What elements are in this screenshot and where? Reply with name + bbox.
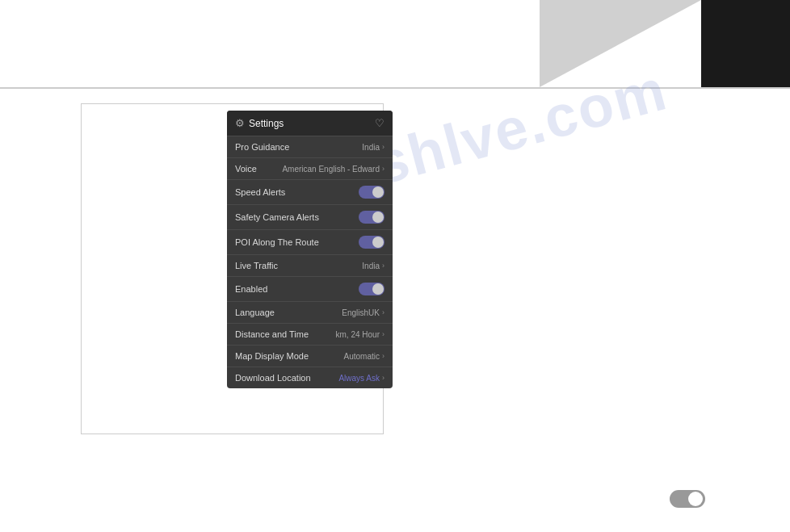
value-live-traffic: India ›: [362, 262, 384, 270]
chevron-download-location: ›: [382, 374, 384, 382]
chevron-voice: ›: [382, 165, 384, 173]
row-live-traffic[interactable]: Live Traffic India ›: [227, 254, 393, 276]
label-safety-camera-alerts: Safety Camera Alerts: [235, 212, 319, 222]
settings-panel: ⚙ Settings ♡ Pro Guidance India › Voice …: [227, 111, 393, 388]
small-toggle[interactable]: [670, 490, 705, 508]
toggle-enabled[interactable]: [359, 283, 384, 295]
top-bar: [701, 0, 790, 87]
settings-title: Settings: [249, 118, 284, 129]
chevron-pro-guidance: ›: [382, 143, 384, 151]
divider-line: [0, 87, 790, 89]
label-map-display-mode: Map Display Mode: [235, 351, 309, 361]
label-download-location: Download Location: [235, 373, 311, 383]
chevron-map-display-mode: ›: [382, 352, 384, 360]
row-pro-guidance[interactable]: Pro Guidance India ›: [227, 136, 393, 157]
label-distance-time: Distance and Time: [235, 329, 309, 339]
row-voice[interactable]: Voice American English - Edward ›: [227, 157, 393, 179]
value-pro-guidance: India ›: [362, 143, 384, 152]
row-enabled[interactable]: Enabled: [227, 276, 393, 301]
label-voice: Voice: [235, 164, 257, 174]
value-download-location: Always Ask ›: [338, 374, 384, 383]
row-safety-camera-alerts[interactable]: Safety Camera Alerts: [227, 204, 393, 229]
settings-panel-wrapper: ⚙ Settings ♡ Pro Guidance India › Voice …: [81, 103, 384, 434]
label-speed-alerts: Speed Alerts: [235, 187, 285, 197]
chevron-language: ›: [382, 308, 384, 316]
label-enabled: Enabled: [235, 284, 267, 294]
toggle-safety-camera-alerts[interactable]: [359, 211, 384, 224]
gear-icon: ⚙: [235, 117, 245, 129]
value-voice: American English - Edward ›: [282, 165, 384, 174]
label-language: Language: [235, 308, 275, 317]
row-poi-along-route[interactable]: POI Along The Route: [227, 229, 393, 254]
chevron-live-traffic: ›: [382, 262, 384, 270]
value-distance-time: km, 24 Hour ›: [336, 330, 384, 339]
bottom-right-toggle-area: [670, 490, 705, 508]
row-download-location[interactable]: Download Location Always Ask ›: [227, 367, 393, 388]
value-language: EnglishUK ›: [342, 308, 384, 317]
label-poi-along-route: POI Along The Route: [235, 237, 319, 247]
chevron-distance-time: ›: [382, 330, 384, 338]
row-distance-time[interactable]: Distance and Time km, 24 Hour ›: [227, 323, 393, 345]
row-speed-alerts[interactable]: Speed Alerts: [227, 179, 393, 204]
heart-icon[interactable]: ♡: [375, 117, 384, 129]
label-live-traffic: Live Traffic: [235, 261, 278, 270]
settings-header-left: ⚙ Settings: [235, 117, 284, 129]
toggle-speed-alerts[interactable]: [359, 186, 384, 199]
top-triangle-decoration: [540, 0, 701, 87]
settings-header: ⚙ Settings ♡: [227, 111, 393, 136]
row-language[interactable]: Language EnglishUK ›: [227, 301, 393, 323]
value-map-display-mode: Automatic ›: [344, 352, 384, 361]
row-map-display-mode[interactable]: Map Display Mode Automatic ›: [227, 345, 393, 367]
toggle-poi-along-route[interactable]: [359, 236, 384, 249]
label-pro-guidance: Pro Guidance: [235, 142, 289, 152]
